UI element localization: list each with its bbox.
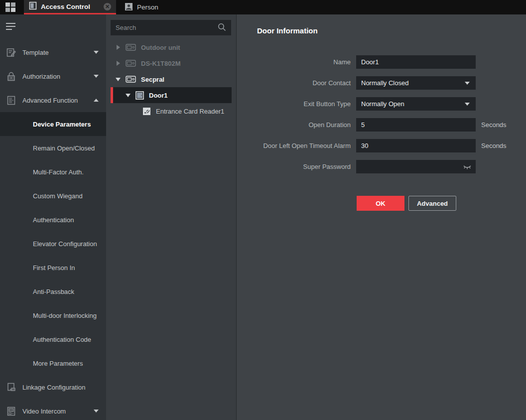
collapse-arrow-icon[interactable] [125,94,131,97]
super-password-field[interactable] [356,160,476,173]
app-grid-icon[interactable] [5,2,16,12]
tree-node-label: Entrance Card Reader1 [156,108,224,115]
tree-node-label: Outdoor unit [141,44,180,51]
sidebar-item-label: Remain Open/Closed [33,144,95,152]
door-information-panel: Door Information Name Door Contact Norma… [236,14,526,420]
unit-label: Seconds [481,121,507,129]
form-row-door-left-open-timeout-alarm: Door Left Open Timeout Alarm Seconds [245,139,507,152]
name-field[interactable] [356,55,476,69]
device-tree-panel: Outdoor unit DS-K1T802M [106,14,236,420]
sidebar-item-custom-wiegand[interactable]: Custom Wiegand [0,184,106,208]
linkage-icon [6,382,16,393]
timeout-alarm-input[interactable] [361,142,471,149]
card-reader-icon [142,107,151,116]
sidebar-item-authorization[interactable]: Authorization [0,64,106,88]
sidebar-item-multi-factor-auth[interactable]: Multi-Factor Auth. [0,160,106,184]
field-label: Door Contact [245,79,351,87]
tree-node-label: Door1 [149,92,168,99]
sidebar-item-template[interactable]: Template [0,40,106,64]
sidebar-item-authentication[interactable]: Authentication [0,208,106,232]
form-row-door-contact: Door Contact Normally Closed [245,76,476,90]
sidebar-item-advanced-function[interactable]: Advanced Function [0,88,106,112]
sidebar-item-more-parameters[interactable]: More Parameters [0,351,106,375]
field-label: Open Duration [245,121,351,129]
sidebar-item-label: Template [22,49,49,56]
selected-value: Normally Closed [361,79,408,87]
name-input[interactable] [361,58,471,66]
expand-arrow-icon[interactable] [115,45,121,50]
device-icon [126,76,136,83]
collapse-arrow-icon[interactable] [115,78,121,81]
super-password-input[interactable] [361,163,471,170]
tab-access-control[interactable]: Access Control ✕ [24,0,116,14]
sidebar-item-device-parameters[interactable]: Device Parameters [0,112,106,136]
sidebar-item-first-person-in[interactable]: First Person In [0,256,106,280]
search-icon[interactable] [218,23,226,33]
chevron-down-icon [94,75,99,78]
template-icon [6,47,16,58]
chevron-down-icon [94,410,99,413]
open-duration-field[interactable] [356,118,476,132]
chevron-down-icon [94,51,99,54]
intercom-icon [6,406,16,417]
tree-node-label: Secpral [141,76,164,83]
open-duration-input[interactable] [361,121,471,129]
menu-collapse-icon[interactable] [6,22,16,31]
timeout-alarm-field[interactable] [356,139,476,152]
advanced-button[interactable]: Advanced [408,196,456,211]
sidebar-item-multi-door-interlocking[interactable]: Multi-door Interlocking [0,303,106,327]
device-icon [126,60,136,67]
sidebar-item-remain-open-closed[interactable]: Remain Open/Closed [0,136,106,160]
search-input[interactable] [116,24,218,31]
field-label: Name [245,58,351,66]
tree-node-entrance-card-reader1[interactable]: Entrance Card Reader1 [111,103,232,119]
device-icon [126,44,136,51]
sidebar-item-elevator-configuration[interactable]: Elevator Configuration [0,232,106,256]
person-icon [125,2,133,12]
sidebar-item-label: First Person In [33,264,75,272]
form-row-open-duration: Open Duration Seconds [245,118,507,132]
sidebar-item-authentication-code[interactable]: Authentication Code [0,327,106,351]
tab-label: Person [137,3,158,11]
field-label: Exit Button Type [245,100,351,108]
door-icon [135,91,144,100]
sidebar-item-label: Device Parameters [33,121,91,128]
sidebar-item-linkage-configuration[interactable]: Linkage Configuration [0,375,106,399]
tab-person[interactable]: Person [120,0,163,14]
tree-node-door1[interactable]: Door1 [111,87,232,103]
tree-node-label: DS-K1T802M [141,60,180,67]
tree-node-ds-k1t802m[interactable]: DS-K1T802M [111,55,232,71]
chevron-up-icon [94,99,99,102]
eye-closed-icon[interactable] [463,164,472,171]
sidebar-item-label: Elevator Configuration [33,240,97,248]
selected-indicator [111,87,113,103]
form-row-name: Name [245,55,476,69]
tree-node-outdoor-unit[interactable]: Outdoor unit [111,39,232,55]
sidebar-item-label: More Parameters [33,360,83,367]
sidebar: Template Authorization [0,14,106,420]
page-title: Door Information [257,26,318,35]
sidebar-item-label: Authentication [33,216,74,224]
tab-label: Access Control [41,3,90,10]
expand-arrow-icon[interactable] [115,61,121,66]
chevron-down-icon [465,103,470,106]
door-contact-select[interactable]: Normally Closed [356,76,476,90]
sidebar-item-label: Multi-door Interlocking [33,312,97,319]
sidebar-item-label: Custom Wiegand [33,192,83,200]
field-label: Door Left Open Timeout Alarm [245,142,351,149]
search-box[interactable] [111,20,231,35]
sidebar-item-label: Video Intercom [22,408,66,415]
door-icon [6,95,16,106]
sidebar-item-label: Multi-Factor Auth. [33,168,84,176]
close-icon[interactable]: ✕ [104,3,111,10]
sidebar-item-video-intercom[interactable]: Video Intercom [0,399,106,420]
form-row-exit-button-type: Exit Button Type Normally Open [245,97,476,111]
form-actions: OK Advanced [357,196,456,211]
exit-button-type-select[interactable]: Normally Open [356,97,476,111]
ok-button[interactable]: OK [357,196,404,211]
lock-icon [6,71,16,82]
sidebar-item-label: Linkage Configuration [22,384,85,391]
sidebar-item-anti-passback[interactable]: Anti-Passback [0,280,106,303]
field-label: Super Password [245,163,351,170]
tree-node-secpral[interactable]: Secpral [111,71,232,87]
